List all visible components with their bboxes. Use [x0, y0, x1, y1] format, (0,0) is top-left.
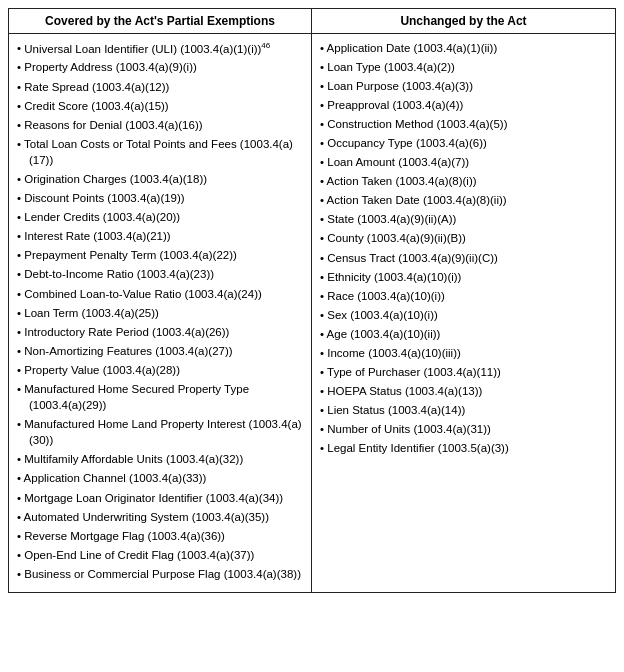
right-list-item: Occupancy Type (1003.4(a)(6))	[320, 133, 607, 152]
left-list-item: Manufactured Home Secured Property Type …	[17, 380, 303, 415]
right-item-list: Application Date (1003.4(a)(1)(ii))Loan …	[320, 38, 607, 458]
right-list-item: Income (1003.4(a)(10)(iii))	[320, 344, 607, 363]
right-list-item: Loan Type (1003.4(a)(2))	[320, 57, 607, 76]
left-list-item: Property Value (1003.4(a)(28))	[17, 360, 303, 379]
left-list-item: Open-End Line of Credit Flag (1003.4(a)(…	[17, 545, 303, 564]
right-list-item: State (1003.4(a)(9)(ii)(A))	[320, 210, 607, 229]
right-column-header: Unchanged by the Act	[312, 9, 615, 33]
left-list-item: Non-Amortizing Features (1003.4(a)(27))	[17, 341, 303, 360]
right-list-item: Action Taken Date (1003.4(a)(8)(ii))	[320, 191, 607, 210]
left-column-header: Covered by the Act's Partial Exemptions	[9, 9, 312, 33]
left-list-item: Total Loan Costs or Total Points and Fee…	[17, 134, 303, 169]
right-list-item: Preapproval (1003.4(a)(4))	[320, 95, 607, 114]
left-item-list: Universal Loan Identifier (ULI) (1003.4(…	[17, 38, 303, 584]
left-list-item: Loan Term (1003.4(a)(25))	[17, 303, 303, 322]
left-list-item: Reasons for Denial (1003.4(a)(16))	[17, 115, 303, 134]
right-list-item: Number of Units (1003.4(a)(31))	[320, 420, 607, 439]
right-list-item: Construction Method (1003.4(a)(5))	[320, 114, 607, 133]
left-list-item: Debt-to-Income Ratio (1003.4(a)(23))	[17, 265, 303, 284]
left-list-item: Rate Spread (1003.4(a)(12))	[17, 77, 303, 96]
right-list-item: HOEPA Status (1003.4(a)(13))	[320, 382, 607, 401]
left-list-item: Application Channel (1003.4(a)(33))	[17, 469, 303, 488]
left-list-item: Reverse Mortgage Flag (1003.4(a)(36))	[17, 526, 303, 545]
left-list-item: Universal Loan Identifier (ULI) (1003.4(…	[17, 38, 303, 58]
left-list-item: Business or Commercial Purpose Flag (100…	[17, 564, 303, 583]
right-list-item: Action Taken (1003.4(a)(8)(i))	[320, 172, 607, 191]
left-list-item: Mortgage Loan Originator Identifier (100…	[17, 488, 303, 507]
main-table: Covered by the Act's Partial Exemptions …	[8, 8, 616, 593]
right-list-item: Loan Amount (1003.4(a)(7))	[320, 153, 607, 172]
table-body: Universal Loan Identifier (ULI) (1003.4(…	[9, 34, 615, 592]
left-list-item: Credit Score (1003.4(a)(15))	[17, 96, 303, 115]
left-list-item: Discount Points (1003.4(a)(19))	[17, 189, 303, 208]
right-list-item: County (1003.4(a)(9)(ii)(B))	[320, 229, 607, 248]
left-list-item: Automated Underwriting System (1003.4(a)…	[17, 507, 303, 526]
right-list-item: Sex (1003.4(a)(10)(i))	[320, 305, 607, 324]
right-list-item: Ethnicity (1003.4(a)(10)(i))	[320, 267, 607, 286]
left-list-item: Combined Loan-to-Value Ratio (1003.4(a)(…	[17, 284, 303, 303]
left-list-item: Interest Rate (1003.4(a)(21))	[17, 227, 303, 246]
right-column: Application Date (1003.4(a)(1)(ii))Loan …	[312, 34, 615, 592]
right-list-item: Age (1003.4(a)(10)(ii))	[320, 324, 607, 343]
left-column: Universal Loan Identifier (ULI) (1003.4(…	[9, 34, 312, 592]
left-list-item: Lender Credits (1003.4(a)(20))	[17, 208, 303, 227]
right-list-item: Application Date (1003.4(a)(1)(ii))	[320, 38, 607, 57]
left-list-item: Introductory Rate Period (1003.4(a)(26))	[17, 322, 303, 341]
right-list-item: Census Tract (1003.4(a)(9)(ii)(C))	[320, 248, 607, 267]
right-list-item: Type of Purchaser (1003.4(a)(11))	[320, 363, 607, 382]
table-header: Covered by the Act's Partial Exemptions …	[9, 9, 615, 34]
left-list-item: Property Address (1003.4(a)(9)(i))	[17, 58, 303, 77]
right-list-item: Race (1003.4(a)(10)(i))	[320, 286, 607, 305]
right-list-item: Loan Purpose (1003.4(a)(3))	[320, 76, 607, 95]
left-list-item: Prepayment Penalty Term (1003.4(a)(22))	[17, 246, 303, 265]
right-list-item: Legal Entity Identifier (1003.5(a)(3))	[320, 439, 607, 458]
right-list-item: Lien Status (1003.4(a)(14))	[320, 401, 607, 420]
left-list-item: Manufactured Home Land Property Interest…	[17, 415, 303, 450]
left-list-item: Origination Charges (1003.4(a)(18))	[17, 169, 303, 188]
left-list-item: Multifamily Affordable Units (1003.4(a)(…	[17, 450, 303, 469]
